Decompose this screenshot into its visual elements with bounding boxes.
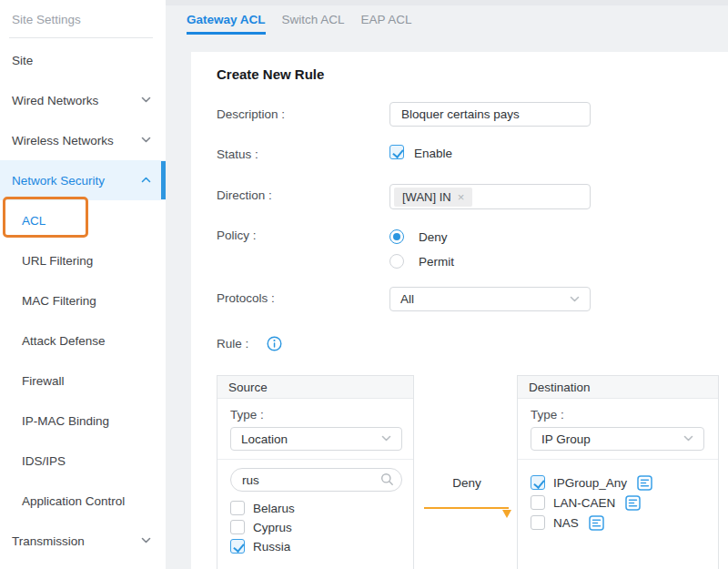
flow-arrow-line <box>424 507 509 509</box>
flow-arrow-head-icon <box>502 510 511 518</box>
enable-checkbox-label: Enable <box>414 147 452 160</box>
source-search-input[interactable] <box>230 468 402 492</box>
chevron-down-icon <box>141 537 151 544</box>
chevron-down-icon <box>141 137 151 144</box>
create-rule-card: Create New Rule Description : Status : E… <box>191 52 728 569</box>
chevron-down-icon <box>570 296 580 303</box>
sidebar-divider <box>9 37 153 38</box>
destination-option-list: IPGroup_Any LAN-CAEN <box>518 460 718 530</box>
sidebar-item-label: Network Security <box>12 174 105 188</box>
chevron-down-icon <box>141 97 151 104</box>
direction-tag-label: [WAN] IN <box>402 190 451 204</box>
chevron-down-icon <box>683 435 693 442</box>
sidebar-item-label: ACL <box>22 214 46 228</box>
sidebar-item-label: Site <box>12 54 33 67</box>
protocols-select-value: All <box>400 292 414 306</box>
sidebar-item-label: Application Control <box>22 494 125 508</box>
tag-remove-icon[interactable]: × <box>458 191 465 203</box>
tab-switch-acl[interactable]: Switch ACL <box>282 13 345 35</box>
lan-caen-checkbox[interactable] <box>531 495 545 510</box>
source-panel-header: Source <box>217 376 413 399</box>
sidebar-scrollbar-thumb[interactable] <box>161 161 166 199</box>
list-item: Belarus <box>230 501 413 515</box>
source-search <box>230 468 402 492</box>
acl-tab-bar: Gateway ACL Switch ACL EAP ACL <box>187 13 412 35</box>
info-icon[interactable] <box>267 336 282 351</box>
destination-type-select[interactable]: IP Group <box>531 427 704 451</box>
policy-deny-radio[interactable] <box>389 229 404 244</box>
sidebar-item-attack-defense[interactable]: Attack Defense <box>0 320 166 361</box>
group-detail-icon[interactable] <box>589 515 604 531</box>
sidebar-item-network-security[interactable]: Network Security <box>0 160 166 200</box>
destination-type-select-value: IP Group <box>541 432 591 446</box>
sidebar-item-label: IP-MAC Binding <box>22 414 109 428</box>
list-item: Russia <box>230 539 413 554</box>
source-type-select[interactable]: Location <box>230 427 402 451</box>
acl-settings-page: Site Settings Site Wired Networks Wirele… <box>0 0 728 569</box>
source-type-select-value: Location <box>241 432 288 446</box>
group-detail-icon[interactable] <box>625 495 641 511</box>
rule-label: Rule : <box>217 337 248 351</box>
option-label: NAS <box>553 516 579 530</box>
content-area: Gateway ACL Switch ACL EAP ACL Create Ne… <box>166 0 728 569</box>
nas-checkbox[interactable] <box>531 515 545 530</box>
sidebar-item-ip-mac-binding[interactable]: IP-MAC Binding <box>0 401 166 441</box>
sidebar-item-label: Wireless Networks <box>12 134 114 147</box>
group-detail-icon[interactable] <box>637 475 652 491</box>
source-type-label: Type : <box>230 408 413 422</box>
belarus-checkbox[interactable] <box>230 501 245 515</box>
tab-gateway-acl[interactable]: Gateway ACL <box>187 13 266 35</box>
option-label: Belarus <box>253 502 295 515</box>
cyprus-checkbox[interactable] <box>230 520 245 534</box>
protocols-label: Protocols : <box>217 291 275 305</box>
flow-policy-label: Deny <box>430 476 503 490</box>
page-title: Create New Rule <box>217 66 324 82</box>
sidebar-item-ids-ips[interactable]: IDS/IPS <box>0 441 166 481</box>
direction-tag: [WAN] IN × <box>394 188 472 207</box>
list-item: IPGroup_Any <box>531 475 718 490</box>
destination-type-label: Type : <box>531 408 718 422</box>
top-strip <box>166 0 728 5</box>
option-label: IPGroup_Any <box>553 476 627 490</box>
sidebar-item-site[interactable]: Site <box>0 40 166 80</box>
source-option-list: Belarus Cyprus Russia <box>217 492 413 554</box>
sidebar-section-title: Site Settings <box>0 0 166 40</box>
sidebar-item-wireless-networks[interactable]: Wireless Networks <box>0 120 166 160</box>
russia-checkbox[interactable] <box>230 539 245 554</box>
sidebar-item-mac-filtering[interactable]: MAC Filtering <box>0 280 166 320</box>
option-label: Cyprus <box>253 521 292 534</box>
sidebar-item-url-filtering[interactable]: URL Filtering <box>0 240 166 280</box>
search-icon <box>380 472 394 486</box>
sidebar-item-firewall[interactable]: Firewall <box>0 361 166 401</box>
source-divider <box>217 459 413 460</box>
sidebar-item-transmission[interactable]: Transmission <box>0 521 166 561</box>
list-item: Cyprus <box>230 520 413 534</box>
description-label: Description : <box>217 107 285 121</box>
direction-label: Direction : <box>217 188 272 202</box>
status-label: Status : <box>217 147 258 161</box>
list-item: LAN-CAEN <box>531 495 718 510</box>
policy-permit-radio[interactable] <box>389 254 404 269</box>
sidebar-item-label: IDS/IPS <box>22 454 66 468</box>
option-label: Russia <box>253 540 290 554</box>
tab-eap-acl[interactable]: EAP ACL <box>361 13 412 35</box>
destination-panel-header: Destination <box>518 376 718 399</box>
sidebar-item-label: Wired Networks <box>12 94 98 107</box>
destination-panel: Destination Type : IP Group IPGroup_Any <box>517 375 719 569</box>
direction-input[interactable]: [WAN] IN × <box>389 184 591 209</box>
sidebar-item-application-control[interactable]: Application Control <box>0 481 166 521</box>
sidebar-item-wired-networks[interactable]: Wired Networks <box>0 80 166 120</box>
sidebar-item-label: Transmission <box>12 534 85 548</box>
policy-label: Policy : <box>217 229 257 242</box>
policy-permit-label: Permit <box>419 255 454 269</box>
sidebar-item-label: MAC Filtering <box>22 294 96 308</box>
protocols-select[interactable]: All <box>389 287 591 311</box>
sidebar-item-acl[interactable]: ACL <box>0 200 166 240</box>
ipgroup-any-checkbox[interactable] <box>531 475 545 490</box>
settings-sidebar: Site Settings Site Wired Networks Wirele… <box>0 0 166 569</box>
description-input[interactable] <box>389 102 591 127</box>
chevron-up-icon <box>141 177 151 184</box>
source-panel: Source Type : Location <box>217 375 414 569</box>
sidebar-item-label: Firewall <box>22 374 65 388</box>
enable-checkbox[interactable] <box>389 145 404 159</box>
